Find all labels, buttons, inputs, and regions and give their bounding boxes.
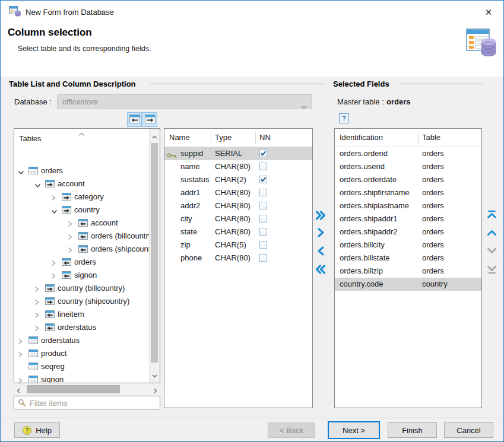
- column-row-addr2[interactable]: addr2CHAR(80): [164, 199, 312, 212]
- selected-field-row-orders-billzip[interactable]: orders.billziporders: [335, 265, 481, 278]
- tree-item-orders-shipcountry[interactable]: orders (shipcountry): [14, 243, 150, 256]
- field-table: orders: [422, 162, 444, 171]
- column-row-phone[interactable]: phoneCHAR(80): [164, 252, 312, 265]
- tree-collapse-icon[interactable]: [51, 207, 59, 214]
- tree-expand-icon[interactable]: [68, 233, 76, 240]
- tree-expand-icon[interactable]: [51, 272, 59, 279]
- tree-expand-icon[interactable]: [51, 194, 59, 201]
- add-button[interactable]: [313, 227, 328, 239]
- tree-item-category[interactable]: category: [14, 190, 150, 203]
- tree-item-orders[interactable]: orders: [14, 256, 150, 269]
- selected-field-row-orders-billcity[interactable]: orders.billcityorders: [335, 239, 481, 252]
- nn-checkbox[interactable]: [259, 241, 267, 249]
- tree-item-product[interactable]: product: [14, 347, 150, 360]
- scrollbar-right-icon[interactable]: [154, 386, 157, 395]
- filter-input[interactable]: [28, 397, 159, 409]
- selected-field-row-orders-userid[interactable]: orders.useridorders: [335, 160, 481, 173]
- nn-checkbox[interactable]: [259, 202, 267, 209]
- header-type[interactable]: Type: [215, 133, 232, 142]
- tree-collapse-icon[interactable]: [34, 181, 43, 188]
- tree-item-lineitem[interactable]: lineitem: [14, 308, 150, 321]
- tree-collapse-icon[interactable]: [18, 168, 26, 175]
- add-all-button[interactable]: [313, 209, 328, 221]
- nn-checkbox[interactable]: [259, 189, 267, 196]
- tree-item-orderstatus[interactable]: orderstatus: [14, 334, 150, 347]
- column-row-city[interactable]: cityCHAR(80): [164, 212, 312, 225]
- header-nn[interactable]: NN: [259, 133, 271, 142]
- header-table[interactable]: Table: [422, 133, 440, 142]
- column-row-name[interactable]: nameCHAR(80): [164, 160, 312, 173]
- tree-expand-icon[interactable]: [34, 285, 43, 292]
- nn-checkbox[interactable]: [259, 163, 267, 170]
- scrollbar-left-icon[interactable]: [17, 386, 20, 395]
- nn-checkbox[interactable]: [259, 176, 267, 183]
- tree-expand-icon[interactable]: [34, 298, 43, 306]
- header-name[interactable]: Name: [169, 133, 190, 142]
- selected-field-row-country-code[interactable]: country.codecountry: [335, 278, 481, 291]
- cancel-button[interactable]: Cancel: [444, 422, 493, 438]
- column-row-suppid[interactable]: suppidSERIAL: [164, 147, 312, 160]
- selected-field-row-orders-billstate[interactable]: orders.billstateorders: [335, 252, 481, 265]
- tree-item-account[interactable]: account: [14, 217, 150, 230]
- tree-expand-icon[interactable]: [18, 377, 26, 383]
- columns-table-panel: Name Type NN suppidSERIALnameCHAR(80)sus…: [164, 128, 313, 408]
- selected-field-row-orders-shipaddr1[interactable]: orders.shipaddr1orders: [335, 212, 481, 225]
- tree-item-seqreg[interactable]: seqreg: [14, 360, 150, 373]
- tables-tree-panel: Tables ordersaccountcategorycountryaccou…: [14, 128, 160, 383]
- selected-field-row-orders-orderdate[interactable]: orders.orderdateorders: [335, 173, 481, 186]
- tree-item-country-billcountry[interactable]: country (billcountry): [14, 282, 150, 295]
- selected-field-row-orders-shiplastname[interactable]: orders.shiplastnameorders: [335, 199, 481, 212]
- tree-item-orderstatus[interactable]: orderstatus: [14, 321, 150, 334]
- nn-checkbox[interactable]: [259, 215, 267, 222]
- tree-item-label: account: [91, 218, 118, 228]
- tree-item-country[interactable]: country: [14, 203, 150, 217]
- tree-item-country-shipcountry[interactable]: country (shipcountry): [14, 295, 150, 308]
- tree-item-orders[interactable]: orders: [14, 164, 150, 177]
- tree-item-account[interactable]: account: [14, 177, 150, 190]
- selected-field-row-orders-orderid[interactable]: orders.orderidorders: [335, 147, 481, 160]
- nn-checkbox[interactable]: [259, 254, 267, 262]
- move-up-button[interactable]: [485, 227, 498, 239]
- selected-field-row-orders-shipaddr2[interactable]: orders.shipaddr2orders: [335, 225, 481, 239]
- hint-help-button[interactable]: ?: [339, 113, 349, 123]
- tree-expand-icon[interactable]: [68, 220, 76, 227]
- tree-hscroll-thumb[interactable]: [27, 385, 120, 393]
- remove-button[interactable]: [313, 245, 328, 257]
- tree-expand-icon[interactable]: [18, 351, 26, 358]
- header-separator: [418, 131, 419, 144]
- next-button[interactable]: Next >: [328, 421, 380, 439]
- move-column-right-button[interactable]: [142, 112, 157, 127]
- header-identification[interactable]: Identification: [340, 133, 383, 142]
- scrollbar-down-icon[interactable]: [152, 371, 157, 380]
- tree-expand-icon[interactable]: [18, 338, 26, 345]
- column-row-sustatus[interactable]: sustatusCHAR(2): [164, 173, 312, 186]
- scrollbar-up-icon[interactable]: [152, 132, 157, 141]
- tree-expand-icon[interactable]: [34, 311, 43, 319]
- nn-checkbox[interactable]: [259, 228, 267, 236]
- tree-expand-icon[interactable]: [34, 325, 43, 332]
- column-row-state[interactable]: stateCHAR(80): [164, 225, 312, 239]
- tree-item-label: category: [74, 192, 104, 202]
- help-button[interactable]: ? Help: [14, 422, 60, 438]
- tree-vscroll-thumb[interactable]: [151, 143, 158, 362]
- column-row-addr1[interactable]: addr1CHAR(80): [164, 186, 312, 199]
- column-row-zip[interactable]: zipCHAR(5): [164, 239, 312, 252]
- tree-expand-icon[interactable]: [51, 259, 59, 266]
- tree-vertical-scrollbar[interactable]: [149, 129, 160, 383]
- nn-checkbox[interactable]: [259, 150, 267, 157]
- move-to-top-button[interactable]: [485, 208, 498, 220]
- tree-item-orders-billcountry[interactable]: orders (billcountry): [14, 230, 150, 243]
- remove-all-button[interactable]: [313, 263, 328, 275]
- tree-item-signon[interactable]: signon: [14, 373, 150, 383]
- finish-button-label: Finish: [402, 426, 423, 435]
- move-column-left-button[interactable]: [127, 112, 142, 127]
- tree-item-signon[interactable]: signon: [14, 269, 150, 282]
- tree-horizontal-scrollbar[interactable]: [14, 384, 160, 395]
- move-to-bottom-button[interactable]: [485, 263, 498, 275]
- selected-field-row-orders-shipfirstname[interactable]: orders.shipfirstnameorders: [335, 186, 481, 199]
- close-button[interactable]: ✕: [482, 6, 495, 19]
- move-down-button[interactable]: [485, 245, 498, 257]
- finish-button[interactable]: Finish: [388, 422, 437, 438]
- tree-header-tables[interactable]: Tables: [19, 134, 42, 143]
- tree-expand-icon[interactable]: [68, 246, 76, 253]
